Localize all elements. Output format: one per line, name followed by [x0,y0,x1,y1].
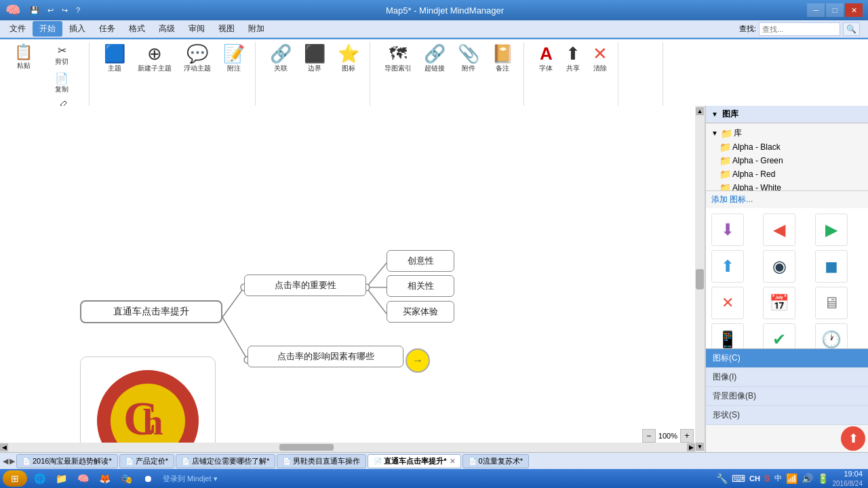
root-node[interactable]: 直通车点击率提升 [80,300,222,323]
font-btn[interactable]: A 字体 [534,42,558,76]
scroll-thumb-h[interactable] [279,444,334,451]
icon-cell-square[interactable]: ◼ [815,250,848,283]
share-btn[interactable]: ⬆ 共享 [561,42,585,76]
tab-2016[interactable]: 📄 2016淘宝最新趋势解读* [16,454,118,468]
zoom-in-btn[interactable]: + [680,429,694,443]
new-subtopic-btn[interactable]: ⊕ 新建子主题 [133,42,176,76]
taskbar-explorer[interactable]: 📁 [52,470,71,487]
map-index-btn[interactable]: 🗺 导图索引 [380,42,416,76]
tab-ctr[interactable]: 📄 直通车点击率提升* ✕ [368,454,460,468]
tab-pricing[interactable]: 📄 产品定价* [119,454,174,468]
menu-insert[interactable]: 插入 [62,21,92,37]
link-btn[interactable]: 🔗 关联 [265,42,296,76]
importance-node[interactable]: 点击率的重要性 [244,274,366,296]
theme-btn[interactable]: 🟦 主题 [99,42,130,76]
scroll-right-btn[interactable]: ▶ [687,443,695,451]
tray-icon-volume[interactable]: 🔊 [802,473,813,484]
taskbar-firefox[interactable]: 🦊 [95,470,114,487]
tray-icon-zh[interactable]: CH [749,474,760,483]
icon-cell-arrow-down[interactable]: ⬇ [711,214,744,246]
experience-node[interactable]: 买家体验 [387,301,454,323]
help-btn[interactable]: ? [73,5,83,16]
undo-btn[interactable]: ↩ [45,5,56,16]
horizontal-scrollbar[interactable]: ◀ ▶ [0,443,695,452]
expand-connector[interactable]: → [406,348,430,373]
tree-root[interactable]: ▼ 📁 库 [709,126,865,140]
taskbar-unknown[interactable]: 🎭 [117,470,136,487]
canvas[interactable]: 直通车点击率提升 点击率的重要性 点击率的影响因素有哪些 创意性 相关性 买家体… [0,106,705,452]
tray-icon-input[interactable]: 中 [774,473,782,483]
border-btn[interactable]: ⬛ 边界 [299,42,330,76]
icon-cell-monitor[interactable]: 🖥 [815,287,848,319]
action-shape[interactable]: 形状(S) [706,406,868,425]
prev-tab-btn[interactable]: ◀ [3,457,8,466]
menu-view[interactable]: 视图 [212,21,241,37]
menu-advanced[interactable]: 高级 [152,21,182,37]
clear-btn[interactable]: ✕ 清除 [588,42,612,76]
save-btn[interactable]: 💾 [27,5,42,16]
action-icon[interactable]: 图标(C) [706,349,868,368]
login-text[interactable]: 登录到 Mindjet ▾ [163,474,218,484]
zoom-out-btn[interactable]: − [642,429,656,443]
icon-cell-calendar[interactable]: 📅 [763,287,795,319]
scroll-up-btn[interactable]: ▲ [696,107,704,115]
tree-item-alpha-red[interactable]: 📁 Alpha - Red [709,167,865,181]
search-btn[interactable]: 🔍 [843,22,860,36]
relevance-node[interactable]: 相关性 [387,275,454,297]
memo-btn[interactable]: 📔 备注 [487,42,518,76]
icon-cell-arrow-right[interactable]: ▶ [815,214,848,246]
menu-file[interactable]: 文件 [3,21,33,37]
menu-task[interactable]: 任务 [92,21,122,37]
attachment-btn[interactable]: 📎 附件 [453,42,484,76]
copy-btn[interactable]: 📄 复制 [40,70,83,96]
menu-review[interactable]: 审阅 [182,21,212,37]
creativity-node[interactable]: 创意性 [387,250,454,272]
menu-addon[interactable]: 附加 [241,21,271,37]
action-bg-image[interactable]: 背景图像(B) [706,387,868,406]
menu-format[interactable]: 格式 [122,21,152,37]
taskbar-ie[interactable]: 🌐 [30,470,49,487]
minimize-btn[interactable]: ─ [807,3,825,17]
next-tab-btn[interactable]: ▶ [9,457,15,466]
tab-ctr-close[interactable]: ✕ [450,458,455,465]
icon-cell-clock[interactable]: 🕐 [815,323,848,348]
tab-flow[interactable]: 📄 0流量复苏术* [462,454,529,468]
tree-item-alpha-green[interactable]: 📁 Alpha - Green [709,154,865,167]
note-btn[interactable]: 📝 附注 [218,42,250,76]
redo-btn[interactable]: ↪ [59,5,71,16]
icon-cell-check[interactable]: ✔ [763,323,795,348]
scroll-thumb-v[interactable] [696,269,704,289]
tray-icon-s[interactable]: S [764,473,770,483]
action-image[interactable]: 图像(I) [706,368,868,387]
icon-cell-arrow-left[interactable]: ◀ [763,214,795,246]
add-icon-link[interactable]: 添加 图标... [706,191,868,208]
brand-icon[interactable]: ⬆ [841,426,865,451]
cut-btn[interactable]: ✂ 剪切 [40,42,83,68]
vertical-scrollbar[interactable]: ▲ ▼ [695,106,705,452]
float-topic-btn[interactable]: 💬 浮动主题 [179,42,216,76]
influence-node[interactable]: 点击率的影响因素有哪些 [248,346,403,367]
scroll-down-btn[interactable]: ▼ [696,443,704,451]
tray-icon-1[interactable]: 🔧 [716,473,728,484]
icon-cell-arrow-up[interactable]: ⬆ [711,250,744,283]
tree-item-alpha-white[interactable]: 📁 Alpha - White [709,181,865,191]
hyperlink-btn[interactable]: 🔗 超链接 [419,42,450,76]
paste-btn[interactable]: 📋 粘贴 [9,42,37,73]
tab-menxie[interactable]: 📄 男鞋类目直通车操作 [277,454,366,468]
scroll-left-btn[interactable]: ◀ [0,443,8,451]
taskbar-mindjet[interactable]: 🧠 [73,470,92,487]
close-btn[interactable]: ✕ [845,3,863,17]
taskbar-media[interactable]: ⏺ [138,470,157,487]
icon-cell-circle[interactable]: ◉ [763,250,795,283]
menu-start[interactable]: 开始 [33,21,62,37]
tab-store[interactable]: 📄 店铺定位需要哪些了解* [176,454,275,468]
tray-icon-network[interactable]: 📶 [786,473,797,484]
start-btn[interactable]: ⊞ [3,470,27,487]
tree-item-alpha-black[interactable]: 📁 Alpha - Black [709,140,865,154]
tray-icon-battery[interactable]: 🔋 [817,473,829,484]
marker-icon-btn[interactable]: ⭐ 图标 [333,42,364,76]
maximize-btn[interactable]: □ [826,3,844,17]
tray-icon-2[interactable]: ⌨ [732,473,745,484]
search-input[interactable] [759,22,840,36]
icon-cell-x[interactable]: ✕ [711,287,744,319]
